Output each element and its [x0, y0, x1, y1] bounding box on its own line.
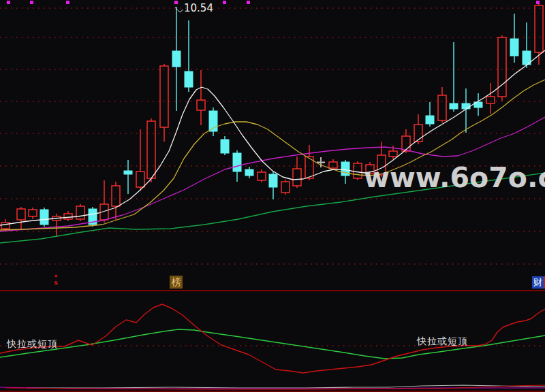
cai-badge-char: 财 — [532, 276, 544, 289]
buy-signal-marker[interactable]: ▲ s — [50, 273, 62, 287]
candles-layer — [1, 4, 543, 236]
stock-chart-window: 10.54 www.6o7o.com ▲ s 榜 财 经 快拉或短顶 快拉或短顶 — [0, 0, 545, 392]
signal-label-left: 快拉或短顶 — [7, 338, 58, 350]
caijing-badge[interactable]: 财 经 — [532, 276, 545, 289]
signal-letter: s — [50, 278, 62, 287]
top-dots-layer — [7, 1, 540, 4]
moving-averages-layer — [0, 50, 545, 243]
price-high-label: 10.54 — [184, 2, 213, 14]
signal-label-right: 快拉或短顶 — [417, 336, 468, 348]
stock-chart-canvas[interactable] — [0, 0, 545, 392]
bang-badge[interactable]: 榜 — [170, 276, 183, 289]
watermark: www.6o7o.com — [364, 164, 545, 192]
